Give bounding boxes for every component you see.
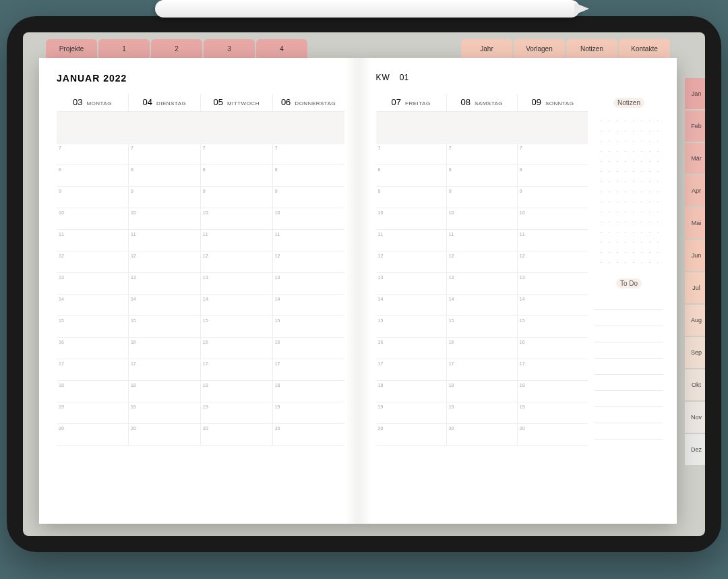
hour-cell[interactable]: 9	[446, 187, 517, 208]
hour-cell[interactable]: 11	[272, 230, 344, 251]
hour-row[interactable]: 19191919	[57, 402, 344, 424]
tab-jahr[interactable]: Jahr	[461, 39, 512, 58]
month-tab-jul[interactable]: Jul	[685, 272, 705, 303]
hour-cell[interactable]: 16	[272, 338, 344, 359]
hour-row[interactable]: 111111	[376, 230, 588, 251]
hour-row[interactable]: 181818	[376, 381, 588, 402]
hour-cell[interactable]: 13	[272, 273, 344, 294]
hour-cell[interactable]: 8	[200, 165, 272, 186]
hour-cell[interactable]: 13	[446, 273, 517, 294]
hour-cell[interactable]: 14	[376, 295, 446, 315]
hour-cell[interactable]: 9	[128, 187, 200, 208]
hour-cell[interactable]: 19	[57, 402, 128, 423]
hour-cell[interactable]: 15	[517, 316, 588, 337]
hour-cell[interactable]: 16	[376, 338, 446, 359]
hour-cell[interactable]: 14	[128, 295, 200, 315]
month-tab-okt[interactable]: Okt	[685, 369, 705, 400]
hour-cell[interactable]: 16	[128, 338, 200, 359]
hour-cell[interactable]: 11	[200, 230, 272, 251]
hour-cell[interactable]: 8	[272, 165, 344, 186]
hour-cell[interactable]: 14	[517, 295, 588, 315]
month-tab-jun[interactable]: Jun	[685, 240, 705, 271]
hour-row[interactable]: 11111111	[57, 230, 344, 251]
hour-row[interactable]: 202020	[376, 424, 588, 446]
month-tab-nov[interactable]: Nov	[685, 402, 705, 433]
hour-cell[interactable]: 12	[200, 251, 272, 272]
hour-cell[interactable]: 7	[376, 144, 446, 164]
tab-1[interactable]: 1	[98, 39, 150, 58]
day-column[interactable]: 03MONTAG	[57, 94, 128, 111]
month-tab-mär[interactable]: Mär	[685, 143, 705, 174]
hour-row[interactable]: 171717	[376, 359, 588, 381]
hour-row[interactable]: 131313	[376, 273, 588, 295]
hour-cell[interactable]: 18	[272, 381, 344, 402]
month-tab-sep[interactable]: Sep	[685, 337, 705, 368]
hour-row[interactable]: 10101010	[57, 208, 344, 230]
hour-row[interactable]: 12121212	[57, 251, 344, 273]
hour-cell[interactable]: 9	[200, 187, 272, 208]
hour-cell[interactable]: 18	[517, 381, 588, 402]
hour-cell[interactable]: 14	[272, 295, 344, 315]
day-column[interactable]: 09SONNTAG	[517, 94, 588, 111]
hour-cell[interactable]: 15	[128, 316, 200, 337]
hour-row[interactable]: 999	[376, 187, 588, 208]
hour-cell[interactable]: 7	[200, 144, 272, 164]
month-tab-dez[interactable]: Dez	[685, 434, 705, 465]
hour-cell[interactable]: 19	[272, 402, 344, 423]
tab-notizen[interactable]: Notizen	[566, 39, 617, 58]
hour-cell[interactable]: 10	[128, 208, 200, 229]
page-right[interactable]: KW 01 07FREITAG08SAMSTAG09SONNTAG 777888…	[359, 58, 677, 524]
day-column[interactable]: 07FREITAG	[376, 94, 446, 111]
hour-cell[interactable]: 16	[446, 338, 517, 359]
hour-cell[interactable]: 10	[57, 208, 128, 229]
hour-cell[interactable]: 18	[128, 381, 200, 402]
hour-cell[interactable]: 14	[446, 295, 517, 315]
hour-row[interactable]: 888	[376, 165, 588, 187]
hour-cell[interactable]: 7	[517, 144, 588, 164]
hour-cell[interactable]: 19	[446, 402, 517, 423]
hour-row[interactable]: 141414	[376, 295, 588, 316]
hour-cell[interactable]: 10	[272, 208, 344, 229]
tab-vorlagen[interactable]: Vorlagen	[514, 39, 565, 58]
hour-cell[interactable]: 19	[128, 402, 200, 423]
hour-cell[interactable]: 16	[517, 338, 588, 359]
hour-cell[interactable]: 15	[57, 316, 128, 337]
hour-row[interactable]: 121212	[376, 251, 588, 273]
hour-row[interactable]: 17171717	[57, 359, 344, 381]
hour-cell[interactable]: 17	[517, 359, 588, 380]
tab-2[interactable]: 2	[151, 39, 202, 58]
tab-kontakte[interactable]: Kontakte	[619, 39, 670, 58]
month-tab-jan[interactable]: Jan	[685, 78, 705, 109]
hour-cell[interactable]: 20	[57, 424, 128, 445]
hour-cell[interactable]: 12	[517, 251, 588, 272]
hour-row[interactable]: 161616	[376, 338, 588, 359]
hour-cell[interactable]: 20	[272, 424, 344, 445]
hour-cell[interactable]: 18	[376, 381, 446, 402]
hour-cell[interactable]: 12	[57, 251, 128, 272]
hour-row[interactable]: 20202020	[57, 424, 344, 446]
day-column[interactable]: 06DONNERSTAG	[272, 94, 344, 111]
hour-cell[interactable]: 19	[517, 402, 588, 423]
hour-cell[interactable]: 8	[376, 165, 446, 186]
tab-projekte[interactable]: Projekte	[46, 39, 97, 58]
hour-cell[interactable]: 15	[200, 316, 272, 337]
hour-cell[interactable]: 16	[57, 338, 128, 359]
hour-cell[interactable]: 19	[376, 402, 446, 423]
hour-cell[interactable]: 11	[376, 230, 446, 251]
hour-cell[interactable]: 20	[376, 424, 446, 445]
hour-row[interactable]: 101010	[376, 208, 588, 230]
hour-cell[interactable]: 13	[517, 273, 588, 294]
month-tab-feb[interactable]: Feb	[685, 111, 705, 142]
tab-4[interactable]: 4	[256, 39, 307, 58]
todo-lines[interactable]	[595, 294, 663, 439]
hour-cell[interactable]: 9	[517, 187, 588, 208]
allday-band[interactable]	[57, 111, 344, 144]
hour-cell[interactable]: 11	[128, 230, 200, 251]
hour-row[interactable]: 7777	[57, 144, 344, 165]
month-tab-mai[interactable]: Mai	[685, 208, 705, 239]
hour-cell[interactable]: 7	[446, 144, 517, 164]
hour-cell[interactable]: 11	[446, 230, 517, 251]
hour-cell[interactable]: 9	[272, 187, 344, 208]
hour-cell[interactable]: 15	[376, 316, 446, 337]
hour-row[interactable]: 16161616	[57, 338, 344, 359]
